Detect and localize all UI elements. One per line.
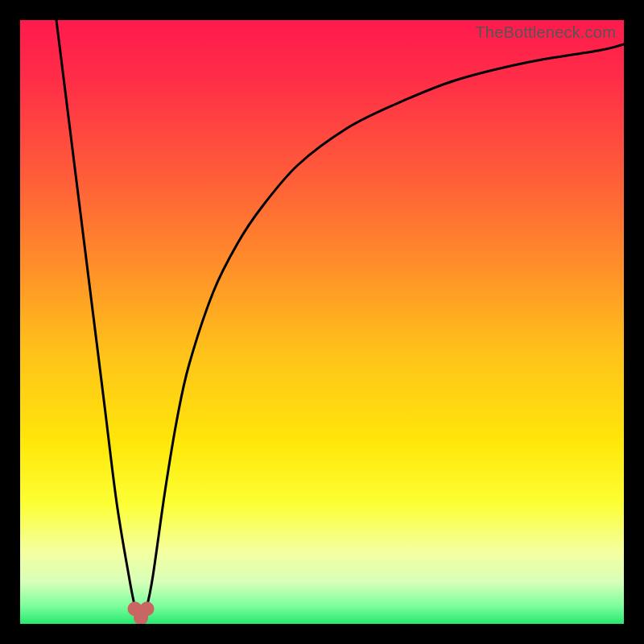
optimal-point-marker: [140, 601, 155, 616]
outer-frame: TheBottleneck.com: [0, 0, 644, 644]
plot-area: TheBottleneck.com: [20, 20, 624, 624]
watermark-text: TheBottleneck.com: [475, 23, 616, 42]
optimal-marker-cluster: [20, 20, 624, 624]
